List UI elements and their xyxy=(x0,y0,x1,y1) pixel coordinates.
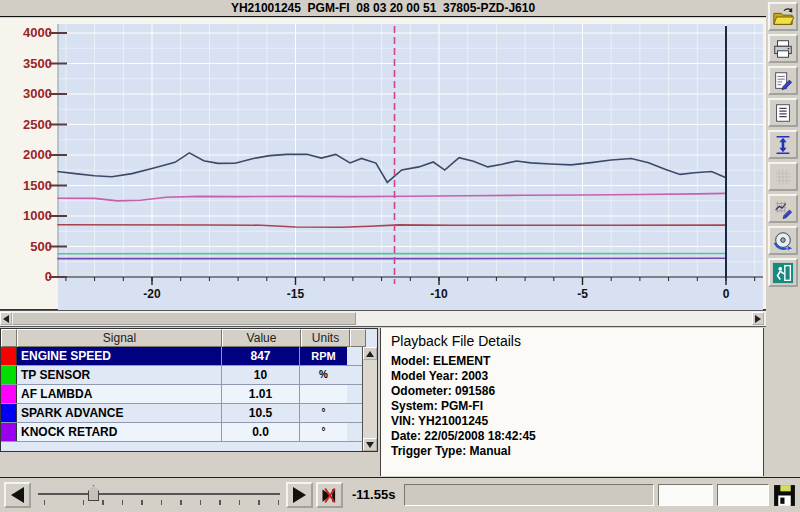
table-v-scrollbar[interactable] xyxy=(362,347,377,451)
chart-canvas[interactable]: -20-15-10-50 xyxy=(58,24,763,310)
signal-value: 0.0 xyxy=(221,423,299,441)
play-forward-icon xyxy=(293,487,306,503)
playback-disc-button[interactable] xyxy=(768,226,798,255)
x-tick-label: -5 xyxy=(577,287,588,301)
right-arrow-icon xyxy=(755,315,761,323)
window-title: YH21001245 PGM-FI 08 03 20 00 51 37805-P… xyxy=(0,0,766,17)
header-units: Units xyxy=(301,329,350,347)
skip-end-x-icon xyxy=(319,485,340,506)
signal-value: 10.5 xyxy=(221,404,299,422)
exit-button[interactable] xyxy=(768,258,798,287)
table-row[interactable]: TP SENSOR10% xyxy=(1,366,377,385)
details-line: Model: ELEMENT xyxy=(391,354,753,369)
signal-units: ° xyxy=(299,423,347,441)
open-file-button[interactable] xyxy=(768,2,798,31)
status-cell-2 xyxy=(717,484,769,506)
scroll-up-button[interactable] xyxy=(363,347,377,360)
signal-name: TP SENSOR xyxy=(17,366,221,384)
details-line: Odometer: 091586 xyxy=(391,384,753,399)
lower-section: Signal Value Units ENGINE SPEED847RPMTP … xyxy=(0,327,766,477)
header-swatch-col xyxy=(1,329,17,347)
chart-h-scrollbar[interactable] xyxy=(0,310,766,327)
signal-value: 847 xyxy=(221,347,299,365)
graph-pencil-icon xyxy=(772,198,794,220)
details-line: System: PGM-FI xyxy=(391,399,753,414)
play-forward-button[interactable] xyxy=(286,482,313,508)
x-tick-label: 0 xyxy=(723,287,730,301)
y-tick-label: 1500 xyxy=(0,178,52,193)
table-row[interactable]: ENGINE SPEED847RPM xyxy=(1,347,377,366)
notes-button[interactable] xyxy=(768,66,798,95)
header-value: Value xyxy=(222,329,301,347)
details-line: Trigger Type: Manual xyxy=(391,444,753,459)
y-tick-label: 0 xyxy=(0,269,52,284)
slider-thumb[interactable] xyxy=(88,485,99,501)
signal-units: RPM xyxy=(299,347,347,365)
status-bar xyxy=(404,484,654,506)
signal-value: 10 xyxy=(221,366,299,384)
signal-name: AF LAMBDA xyxy=(17,385,221,403)
header-scroll-col xyxy=(350,329,366,347)
signal-color-swatch xyxy=(1,423,17,441)
disc-arrow-icon xyxy=(772,230,794,252)
details-title: Playback File Details xyxy=(391,333,753,349)
signal-units: % xyxy=(299,366,347,384)
details-line: Date: 22/05/2008 18:42:45 xyxy=(391,429,753,444)
x-tick-label: -20 xyxy=(143,287,161,301)
y-tick-label: 3500 xyxy=(0,56,52,71)
scroll-left-button[interactable] xyxy=(0,312,12,325)
signal-table: Signal Value Units ENGINE SPEED847RPMTP … xyxy=(0,328,378,452)
playback-bar: -11.55s xyxy=(0,477,800,512)
header-signal: Signal xyxy=(17,329,222,347)
playback-file-details: Playback File Details Model: ELEMENTMode… xyxy=(380,328,764,476)
x-tick-label: -10 xyxy=(430,287,448,301)
signal-color-swatch xyxy=(1,347,17,365)
details-lines: Model: ELEMENTModel Year: 2003Odometer: … xyxy=(391,354,753,459)
auto-scale-button[interactable] xyxy=(768,130,798,159)
signal-value: 1.01 xyxy=(221,385,299,403)
table-row[interactable]: SPARK ADVANCE10.5° xyxy=(1,404,377,423)
skip-to-trigger-button[interactable] xyxy=(316,482,343,508)
signal-name: KNOCK RETARD xyxy=(17,423,221,441)
chart-panel: -20-15-10-50 050010001500200025003000350… xyxy=(0,18,766,310)
scroll-down-button[interactable] xyxy=(363,438,377,451)
graph-setup-button[interactable] xyxy=(768,194,798,223)
signal-name: ENGINE SPEED xyxy=(17,347,221,365)
status-cell-1 xyxy=(658,484,713,506)
up-arrow-icon xyxy=(366,351,374,357)
scroll-right-button[interactable] xyxy=(752,312,764,325)
slider-ticks xyxy=(44,500,279,505)
document-pencil-icon xyxy=(772,70,794,92)
print-button[interactable] xyxy=(768,34,798,63)
step-back-button[interactable] xyxy=(4,482,31,508)
y-tick-label: 1000 xyxy=(0,208,52,223)
data-list-button[interactable] xyxy=(768,98,798,127)
signal-color-swatch xyxy=(1,385,17,403)
list-icon xyxy=(772,102,794,124)
y-tick-label: 2500 xyxy=(0,117,52,132)
timeline-slider[interactable] xyxy=(38,493,280,495)
signal-units xyxy=(299,385,347,403)
y-tick-label: 4000 xyxy=(0,25,52,40)
details-line: Model Year: 2003 xyxy=(391,369,753,384)
grid-icon xyxy=(772,166,794,188)
play-back-icon xyxy=(11,487,24,503)
details-line: VIN: YH21001245 xyxy=(391,414,753,429)
y-tick-label: 2000 xyxy=(0,147,52,162)
snapshot-button xyxy=(768,162,798,191)
signal-table-header: Signal Value Units xyxy=(1,329,377,347)
scrollbar-thumb[interactable] xyxy=(12,312,356,325)
signal-name: SPARK ADVANCE xyxy=(17,404,221,422)
left-arrow-icon xyxy=(3,315,9,323)
playback-time-label: -11.55s xyxy=(352,487,395,502)
signal-units: ° xyxy=(299,404,347,422)
exit-person-icon xyxy=(772,262,794,284)
save-button[interactable] xyxy=(772,483,797,508)
table-row[interactable]: AF LAMBDA1.01 xyxy=(1,385,377,404)
table-row[interactable]: KNOCK RETARD0.0° xyxy=(1,423,377,442)
vertical-arrows-icon xyxy=(772,134,794,156)
x-tick-label: -15 xyxy=(287,287,305,301)
floppy-disk-icon xyxy=(772,483,797,508)
signal-color-swatch xyxy=(1,366,17,384)
open-folder-icon xyxy=(772,6,794,28)
